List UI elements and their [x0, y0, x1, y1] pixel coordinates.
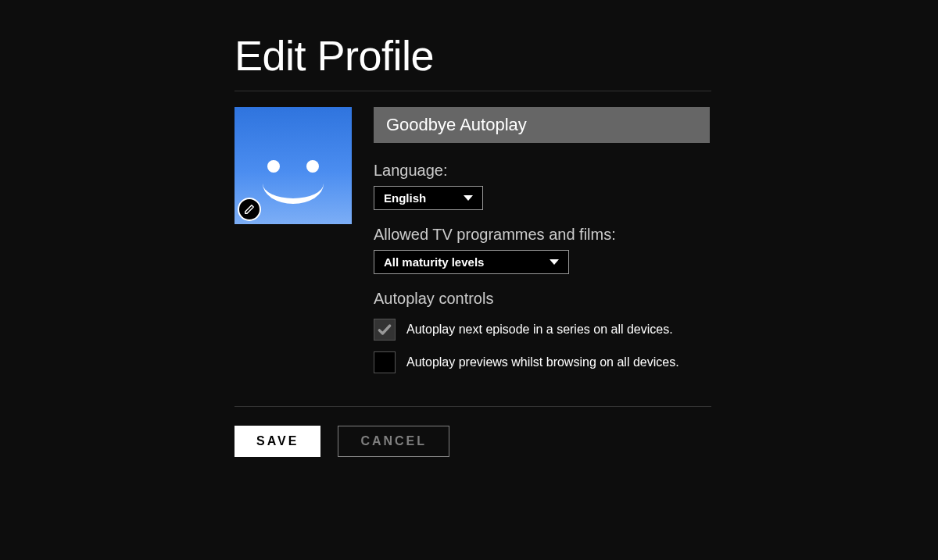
- page-title: Edit Profile: [234, 31, 704, 80]
- edit-avatar-button[interactable]: [238, 198, 261, 221]
- actions-row: SAVE CANCEL: [234, 426, 704, 457]
- maturity-label: Allowed TV programmes and films:: [374, 226, 710, 244]
- autoplay-section-title: Autoplay controls: [374, 290, 710, 308]
- autoplay-next-episode-checkbox[interactable]: [374, 319, 396, 341]
- avatar-eye-right: [306, 160, 319, 173]
- autoplay-next-episode-label: Autoplay next episode in a series on all…: [406, 323, 673, 337]
- avatar-eye-left: [267, 160, 280, 173]
- divider-top: [234, 91, 711, 91]
- autoplay-next-episode-row: Autoplay next episode in a series on all…: [374, 319, 710, 341]
- profile-avatar[interactable]: [234, 107, 352, 224]
- caret-down-icon: [464, 195, 473, 201]
- profile-name-input[interactable]: [374, 107, 710, 143]
- check-icon: [377, 322, 392, 337]
- autoplay-previews-checkbox[interactable]: [374, 351, 396, 373]
- pencil-icon: [244, 204, 255, 215]
- language-select[interactable]: English: [374, 186, 483, 210]
- cancel-button[interactable]: CANCEL: [338, 426, 449, 457]
- autoplay-previews-row: Autoplay previews whilst browsing on all…: [374, 351, 710, 373]
- language-selected-value: English: [384, 191, 426, 205]
- save-button[interactable]: SAVE: [234, 426, 320, 457]
- caret-down-icon: [550, 259, 559, 265]
- maturity-select[interactable]: All maturity levels: [374, 250, 569, 274]
- language-label: Language:: [374, 162, 710, 180]
- avatar-smile: [263, 180, 324, 204]
- maturity-selected-value: All maturity levels: [384, 255, 484, 269]
- divider-bottom: [234, 406, 711, 407]
- autoplay-previews-label: Autoplay previews whilst browsing on all…: [406, 355, 679, 369]
